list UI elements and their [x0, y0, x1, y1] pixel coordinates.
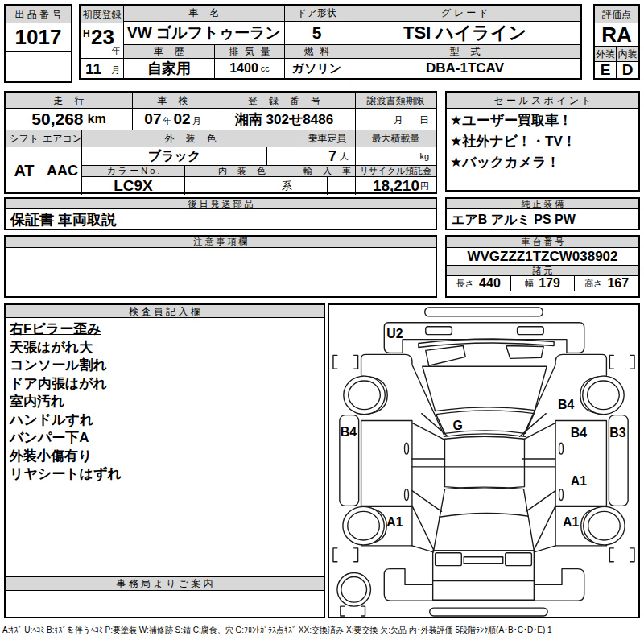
- right-wiper: [506, 345, 544, 358]
- inspector-note-line: 外装小傷有り: [6, 448, 324, 466]
- caution-label: 注 意 事 項 欄: [6, 237, 436, 247]
- car-damage-diagram: U2 B4 B4 G B4 B3 A1 A1 A1: [329, 305, 638, 617]
- spec-height-value: 167: [607, 276, 629, 291]
- shift-value: AT: [6, 147, 43, 195]
- first-registration-month-cell: 11 月: [80, 59, 123, 78]
- chassis-label: 車 台 番 号: [447, 237, 638, 247]
- rear-bumper-strip: [430, 608, 547, 616]
- score-value: RA: [595, 23, 638, 46]
- auction-sheet: { "sheet": { "auction_no": { "label": "出…: [0, 0, 644, 644]
- capacity-value: 7: [328, 148, 336, 165]
- capacity-unit: 人: [340, 151, 349, 163]
- exterior-rating-label: 外装: [595, 47, 617, 61]
- mileage-label: 走 行: [6, 93, 133, 108]
- displacement-unit: cc: [261, 64, 270, 73]
- max-load-unit: kg: [356, 147, 436, 165]
- inspector-note-line: コンソール割れ: [6, 357, 324, 375]
- hatch-lower-panel: [433, 580, 535, 600]
- import-car-cell-2: [328, 177, 356, 195]
- damage-label-right-rear: A1: [563, 515, 579, 529]
- bracket-mark-top-right: [609, 355, 634, 369]
- equipment-value: エアB アルミ PS PW: [447, 209, 638, 230]
- car-name-label: 車 名: [124, 6, 285, 21]
- registration-number-value: 湘南 302せ8486: [213, 109, 356, 130]
- first-registration-era: H: [83, 28, 90, 39]
- inspection-year: 07: [144, 110, 161, 128]
- sales-point-line: ★社外ナビ！・TV！: [447, 131, 638, 152]
- right-rear-door-handle: [559, 489, 564, 501]
- rear-left-wheel: [343, 506, 384, 545]
- interior-rating-value: D: [617, 62, 638, 78]
- right-taillight: [506, 553, 532, 566]
- damage-label-roof: U2: [386, 327, 402, 341]
- damage-label-left-rear: A1: [386, 515, 402, 529]
- damage-code-legend: A:ｷｽﾞ U:ﾍｺﾐ B:ｷｽﾞを伴うﾍｺﾐ P:要塗装 W:補修跡 S:錆 …: [2, 625, 643, 636]
- auction-number-value: 1017: [6, 23, 71, 51]
- door-shape-value: 5: [285, 22, 349, 44]
- left-front-fender: [361, 354, 412, 375]
- mileage-value: 50,268: [31, 109, 83, 129]
- left-front-door-handle: [405, 443, 409, 454]
- recycle-deposit-value: 18,210: [373, 177, 419, 195]
- exterior-color-label: 外 装 色: [82, 130, 299, 147]
- bracket-mark-bottom-right: [609, 548, 634, 562]
- mileage-cell: 50,268 km: [6, 109, 133, 130]
- bracket-mark-bottom-left: [333, 548, 358, 562]
- transfer-month-unit: 月: [394, 114, 403, 127]
- inspection-cell: 07 年 02 月: [133, 109, 213, 130]
- windshield-upper: [423, 366, 547, 411]
- later-parts-label: 後 日 発 送 部 品: [6, 199, 436, 208]
- color-no-value: LC9X: [82, 177, 185, 195]
- first-registration-year-unit: 年: [112, 45, 121, 57]
- front-left-wheel: [344, 376, 385, 415]
- model-code-value: DBA-1TCAV: [349, 59, 580, 78]
- left-rear-door-handle: [405, 489, 409, 501]
- inspection-month: 02: [174, 110, 191, 128]
- door-shape-label: ドア形状: [285, 6, 349, 21]
- usage-history-label: 車 歴: [124, 45, 215, 58]
- vehicle-header-table: 初度登録 H 23 年 11 月 車 名 ドア形状 グ レ ー ド VW ゴルフ…: [79, 4, 582, 80]
- exterior-color-sub-cell: [267, 147, 299, 165]
- front-right-wheel: [583, 376, 624, 415]
- windshield-lower: [436, 411, 535, 433]
- spec-length-value: 440: [479, 276, 501, 291]
- first-registration-month: 11: [85, 60, 101, 78]
- inspector-notes-content: 右Fピラー歪み 天張はがれ大 コンソール割れ ドア内張はがれ 室内汚れ ハンドル…: [6, 318, 324, 577]
- later-parts-value: 保証書 車両取説: [6, 209, 436, 230]
- inspector-notes-box: 検 査 員 記 入 欄 右Fピラー歪み 天張はがれ大 コンソール割れ ドア内張は…: [4, 303, 325, 618]
- equipment-label: 純 正 装 備: [447, 199, 638, 208]
- capacity-cell: 7 人: [299, 147, 356, 165]
- right-front-fender: [555, 354, 606, 375]
- damage-label-windshield: G: [452, 419, 462, 432]
- inspector-note-line: ドア内張はがれ: [6, 375, 324, 394]
- damage-label-right-pillar: B4: [558, 398, 574, 411]
- capacity-label: 乗車定員: [299, 130, 356, 147]
- inspector-note-line: リヤシートはずれ: [6, 465, 324, 484]
- equipment-box: 純 正 装 備 エアB アルミ PS PW: [445, 197, 640, 230]
- bracket-mark-top-left: [333, 355, 358, 369]
- displacement-cell: 1400 cc: [215, 59, 285, 78]
- auction-number-table: 出 品 番 号 1017: [4, 4, 72, 83]
- max-load-label: 最大積載量: [356, 130, 436, 147]
- spec-length-label: 長さ: [456, 278, 474, 290]
- inspection-label: 車 検: [133, 93, 213, 108]
- cabin-roof: [445, 436, 525, 489]
- right-headlight: [518, 327, 544, 335]
- recycle-deposit-cell: 18,210 円: [356, 177, 436, 195]
- damage-label-right-sill: B3: [609, 426, 625, 440]
- bracket-mark-spare: [341, 606, 365, 616]
- recycle-deposit-label: リサイクル預託金: [356, 166, 436, 176]
- auction-number-empty-cell: [6, 52, 71, 81]
- later-parts-box: 後 日 発 送 部 品 保証書 車両取説: [4, 197, 437, 230]
- usage-history-value: 自家用: [124, 59, 215, 78]
- spec-height-cell: 高さ 167: [575, 276, 638, 291]
- transfer-docs-cell: 月 日: [356, 109, 436, 130]
- left-taillight: [436, 553, 462, 566]
- chassis-value: WVGZZZ1TZCW038902: [447, 248, 638, 265]
- spec-width-cell: 幅 179: [511, 276, 576, 291]
- inspector-note-line: 右Fピラー歪み: [6, 320, 324, 339]
- aircon-label: エアコン: [43, 130, 82, 147]
- office-notice-label: 事 務 局 よ り ご 案 内: [6, 577, 324, 590]
- interior-rating-label: 内装: [617, 47, 638, 61]
- damage-label-left-sill: B4: [341, 425, 357, 439]
